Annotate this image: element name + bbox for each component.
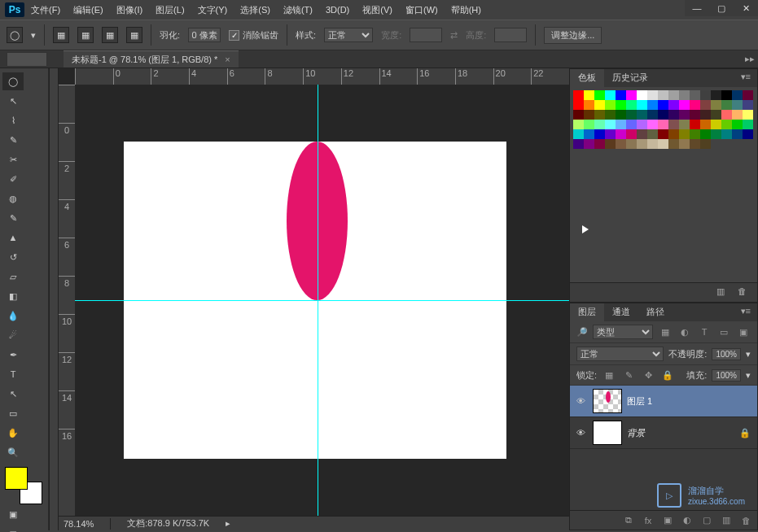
- tab-swatches[interactable]: 色板: [570, 69, 604, 87]
- swatch-color[interactable]: [690, 120, 700, 129]
- tab-layers[interactable]: 图层: [570, 303, 604, 321]
- menu-select[interactable]: 选择(S): [234, 0, 277, 20]
- tab-paths[interactable]: 路径: [638, 303, 673, 321]
- eraser-tool[interactable]: ▱: [2, 268, 24, 286]
- lock-all-icon[interactable]: 🔒: [660, 368, 675, 382]
- swatch-color[interactable]: [679, 100, 690, 110]
- screen-mode-icon[interactable]: ▢: [2, 525, 24, 532]
- swatch-color[interactable]: [668, 100, 679, 110]
- shape-tool[interactable]: ▭: [2, 404, 24, 422]
- color-swatch[interactable]: [5, 467, 42, 504]
- swatch-color[interactable]: [647, 110, 658, 120]
- swatch-color[interactable]: [605, 129, 616, 139]
- lock-pixels-icon[interactable]: ✎: [621, 368, 636, 382]
- layer-thumbnail[interactable]: [593, 389, 622, 413]
- swatch-color[interactable]: [711, 120, 721, 129]
- refine-edge-button[interactable]: 调整边缘...: [544, 27, 602, 44]
- zoom-level[interactable]: 78.14%: [64, 519, 94, 529]
- layer-name[interactable]: 图层 1: [627, 395, 754, 408]
- layer-filter-select[interactable]: 类型: [593, 325, 653, 339]
- ruler-horizontal[interactable]: 0246810121416182022: [75, 68, 569, 85]
- menu-window[interactable]: 窗口(W): [399, 0, 445, 20]
- visibility-icon[interactable]: 👁: [573, 396, 588, 406]
- swatch-color[interactable]: [637, 129, 647, 139]
- swatch-color[interactable]: [605, 100, 616, 110]
- healing-tool[interactable]: ◍: [2, 190, 24, 207]
- swatch-color[interactable]: [668, 139, 679, 149]
- swatch-color[interactable]: [721, 129, 732, 139]
- menu-3d[interactable]: 3D(D): [319, 0, 356, 20]
- layer-item[interactable]: 👁 图层 1: [570, 386, 757, 417]
- swatch-color[interactable]: [605, 120, 616, 129]
- swatch-color[interactable]: [637, 90, 647, 100]
- swatch-color[interactable]: [594, 129, 605, 139]
- swatch-color[interactable]: [658, 110, 668, 120]
- close-button[interactable]: ✕: [734, 0, 758, 16]
- swatch-color[interactable]: [584, 120, 594, 129]
- swatch-color[interactable]: [658, 129, 668, 139]
- swatch-color[interactable]: [647, 139, 658, 149]
- intersect-selection-icon[interactable]: ▦: [126, 27, 142, 43]
- history-brush-tool[interactable]: ↺: [2, 248, 24, 266]
- swatch-color[interactable]: [700, 139, 711, 149]
- minimize-button[interactable]: —: [685, 0, 709, 16]
- swatch-color[interactable]: [721, 100, 732, 110]
- collapse-panels-icon[interactable]: ▸▸: [745, 54, 755, 64]
- swatch-color[interactable]: [679, 129, 690, 139]
- blend-mode-select[interactable]: 正常: [576, 347, 664, 361]
- menu-type[interactable]: 文字(Y): [191, 0, 234, 20]
- swatch-color[interactable]: [637, 100, 647, 110]
- layer-style-icon[interactable]: fx: [642, 516, 655, 525]
- workspace-switcher[interactable]: [7, 52, 47, 67]
- menu-image[interactable]: 图像(I): [110, 0, 149, 20]
- swatch-color[interactable]: [668, 90, 679, 100]
- tab-channels[interactable]: 通道: [604, 303, 638, 321]
- swatch-color[interactable]: [700, 100, 711, 110]
- gradient-tool[interactable]: ◧: [2, 287, 24, 305]
- guide-horizontal[interactable]: [75, 300, 569, 301]
- swatch-color[interactable]: [700, 120, 711, 129]
- swatch-color[interactable]: [690, 100, 700, 110]
- swatch-color[interactable]: [616, 90, 626, 100]
- swatch-color[interactable]: [584, 100, 594, 110]
- swatch-color[interactable]: [584, 90, 594, 100]
- swatch-color[interactable]: [616, 120, 626, 129]
- swatch-color[interactable]: [647, 120, 658, 129]
- feather-input[interactable]: [188, 28, 221, 42]
- brush-tool[interactable]: ✎: [2, 209, 24, 227]
- style-select[interactable]: 正常: [324, 28, 373, 42]
- menu-edit[interactable]: 编辑(E): [67, 0, 110, 20]
- swatch-color[interactable]: [626, 139, 637, 149]
- swatch-color[interactable]: [743, 90, 753, 100]
- swatch-color[interactable]: [679, 120, 690, 129]
- antialias-checkbox[interactable]: ✓ 消除锯齿: [229, 29, 278, 41]
- swatch-color[interactable]: [637, 110, 647, 120]
- layer-item[interactable]: 👁 背景 🔒: [570, 417, 757, 449]
- swatch-color[interactable]: [647, 90, 658, 100]
- swatch-color[interactable]: [594, 120, 605, 129]
- swatch-color[interactable]: [605, 139, 616, 149]
- menu-file[interactable]: 文件(F): [24, 0, 67, 20]
- swatch-color[interactable]: [616, 100, 626, 110]
- zoom-tool[interactable]: 🔍: [2, 443, 24, 461]
- swatch-color[interactable]: [690, 129, 700, 139]
- lock-trans-icon[interactable]: ▦: [602, 368, 616, 382]
- swatch-color[interactable]: [658, 120, 668, 129]
- path-select-tool[interactable]: ↖: [2, 385, 24, 403]
- filter-type-icon[interactable]: T: [697, 325, 712, 338]
- doc-info[interactable]: 文档:878.9 K/753.7K: [127, 517, 209, 530]
- add-selection-icon[interactable]: ▦: [77, 27, 94, 43]
- swatch-color[interactable]: [732, 90, 743, 100]
- layer-mask-icon[interactable]: ▣: [661, 515, 674, 525]
- fill-value[interactable]: 100%: [712, 369, 741, 382]
- swatch-color[interactable]: [647, 129, 658, 139]
- swatch-color[interactable]: [626, 110, 637, 120]
- swatch-color[interactable]: [647, 100, 658, 110]
- swatch-color[interactable]: [584, 110, 594, 120]
- visibility-icon[interactable]: 👁: [573, 428, 588, 438]
- menu-view[interactable]: 视图(V): [356, 0, 399, 20]
- subtract-selection-icon[interactable]: ▦: [102, 27, 118, 43]
- swatch-color[interactable]: [594, 139, 605, 149]
- swatches-grid[interactable]: [570, 87, 757, 152]
- dodge-tool[interactable]: ☄: [2, 326, 24, 344]
